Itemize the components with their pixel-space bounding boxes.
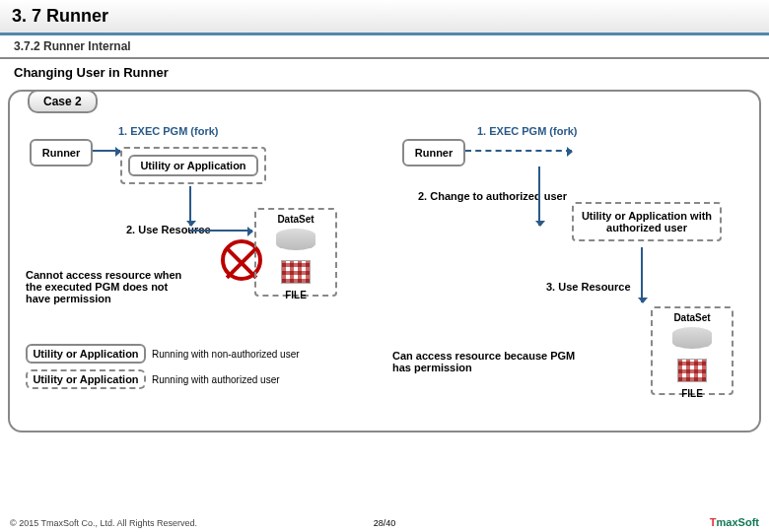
page-title: 3. 7 Runner: [0, 0, 769, 35]
file-label: FILE: [260, 290, 331, 300]
arrow-to-dataset-left: [189, 230, 252, 232]
legend-util-dashed: Utility or Application: [26, 369, 146, 389]
legend-auth: Running with authorized user: [152, 374, 280, 385]
page-number: 28/40: [374, 518, 396, 528]
cannot-access-note: Cannot access resource when the executed…: [26, 269, 183, 304]
logo: TmaxSoft: [710, 516, 759, 528]
fork-label-left: 1. EXEC PGM (fork): [118, 125, 218, 137]
legend-nonauth: Running with non-authorized user: [152, 349, 300, 360]
cylinder-icon: [672, 327, 712, 349]
case-frame: Case 2 Runner 1. EXEC PGM (fork) Utility…: [8, 90, 761, 432]
logo-max: maxSoft: [717, 516, 759, 528]
dataset-label: DataSet: [673, 312, 710, 323]
grid-icon: [281, 260, 311, 284]
runner-box-right: Runner: [402, 139, 465, 166]
legend: Utility or Application Running with non-…: [26, 344, 300, 395]
auth-util-box: Utility or Application with authorized u…: [572, 202, 722, 241]
utility-wrap-left: Utility or Application: [120, 147, 266, 184]
case-tab: Case 2: [28, 90, 98, 113]
arrow-use-resource: [189, 186, 191, 226]
runner-box-left: Runner: [30, 139, 93, 166]
legend-util-solid: Utility or Application: [26, 344, 146, 364]
can-access-note: Can access resource because PGM has perm…: [392, 350, 580, 373]
use-resource3-label: 3. Use Resource: [546, 281, 631, 293]
fork-label-right: 1. EXEC PGM (fork): [477, 125, 577, 137]
change-auth-label: 2. Change to authorized user: [418, 190, 567, 202]
dataset-left: DataSet FILE: [254, 208, 337, 297]
file-label: FILE: [657, 388, 728, 399]
dataset-label: DataSet: [277, 214, 314, 225]
arrow-use-resource3: [641, 247, 643, 302]
grid-icon: [677, 359, 707, 382]
section-heading: Changing User in Runner: [0, 59, 769, 86]
arrow-change-auth: [538, 166, 540, 226]
arrow-fork-right: [465, 150, 572, 152]
cylinder-icon: [276, 229, 315, 250]
dataset-right: DataSet FILE: [651, 306, 734, 395]
arrow-fork-left: [93, 150, 120, 152]
copyright: © 2015 TmaxSoft Co., Ltd. All Rights Res…: [10, 518, 197, 528]
page-subtitle: 3.7.2 Runner Internal: [0, 35, 769, 59]
logo-t: T: [710, 516, 717, 528]
utility-box-left: Utility or Application: [128, 155, 258, 176]
